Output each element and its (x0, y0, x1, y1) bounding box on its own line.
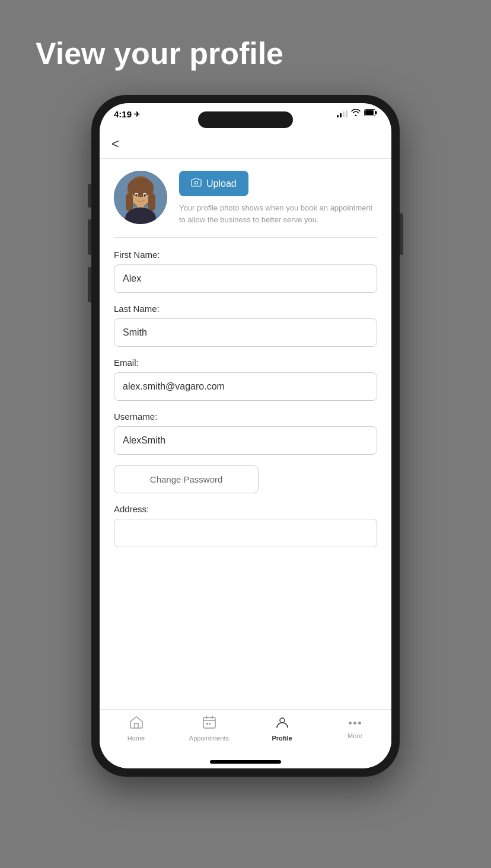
upload-label: Upload (206, 178, 237, 189)
status-left: 4:19 ✈ (114, 109, 140, 119)
email-label: Email: (114, 358, 377, 368)
back-button[interactable]: < (111, 138, 119, 151)
home-indicator (210, 760, 281, 764)
location-icon: ✈ (134, 110, 140, 119)
username-group: Username: (114, 411, 377, 455)
mute-button (88, 184, 91, 208)
svg-rect-1 (375, 111, 377, 114)
avatar-section: Upload Your profile photo shows when you… (114, 171, 377, 238)
address-input[interactable] (114, 519, 377, 547)
avatar (114, 171, 167, 224)
nav-bar: < (100, 129, 391, 159)
phone-frame: 4:19 ✈ (91, 95, 400, 777)
upload-button[interactable]: Upload (179, 171, 248, 196)
volume-up-button (88, 219, 91, 255)
svg-point-15 (195, 181, 198, 184)
username-label: Username: (114, 411, 377, 422)
tab-appointments-label: Appointments (189, 735, 229, 742)
last-name-input[interactable] (114, 318, 377, 347)
time-display: 4:19 (114, 109, 132, 119)
svg-rect-18 (209, 723, 211, 725)
last-name-group: Last Name: (114, 304, 377, 347)
tab-more-label: More (347, 732, 362, 739)
svg-point-19 (280, 718, 285, 723)
tab-home[interactable]: Home (100, 716, 173, 742)
tab-profile[interactable]: Profile (246, 716, 318, 742)
svg-point-14 (144, 194, 146, 197)
power-button (400, 213, 403, 255)
notch (198, 111, 293, 128)
tab-home-label: Home (127, 735, 145, 742)
avatar-right: Upload Your profile photo shows when you… (179, 171, 377, 225)
svg-rect-7 (126, 193, 133, 211)
camera-icon (191, 178, 202, 189)
tab-appointments[interactable]: Appointments (173, 716, 246, 742)
calendar-icon (203, 716, 216, 732)
battery-icon (364, 109, 377, 118)
first-name-label: First Name: (114, 250, 377, 260)
first-name-input[interactable] (114, 264, 377, 293)
avatar-hint-text: Your profile photo shows when you book a… (179, 202, 377, 225)
wifi-icon (351, 109, 361, 118)
first-name-group: First Name: (114, 250, 377, 293)
address-group: Address: (114, 504, 377, 547)
svg-rect-2 (365, 110, 374, 115)
more-icon (349, 716, 361, 730)
svg-rect-17 (206, 723, 208, 725)
tab-bar: Home Appointments (100, 709, 391, 761)
address-label: Address: (114, 504, 377, 514)
page-title: View your profile (0, 36, 491, 71)
email-input[interactable] (114, 372, 377, 401)
home-icon (129, 716, 144, 732)
last-name-label: Last Name: (114, 304, 377, 314)
volume-down-button (88, 267, 91, 302)
phone-screen: 4:19 ✈ (100, 103, 391, 768)
tab-profile-label: Profile (272, 735, 292, 742)
svg-rect-8 (148, 193, 155, 211)
profile-icon (276, 716, 289, 732)
profile-content: Upload Your profile photo shows when you… (100, 159, 391, 709)
change-password-button[interactable]: Change Password (114, 465, 259, 493)
username-input[interactable] (114, 426, 377, 455)
status-right (337, 109, 377, 118)
signal-icon (337, 110, 347, 117)
email-group: Email: (114, 358, 377, 401)
tab-more[interactable]: More (318, 716, 391, 739)
svg-point-13 (135, 194, 138, 197)
